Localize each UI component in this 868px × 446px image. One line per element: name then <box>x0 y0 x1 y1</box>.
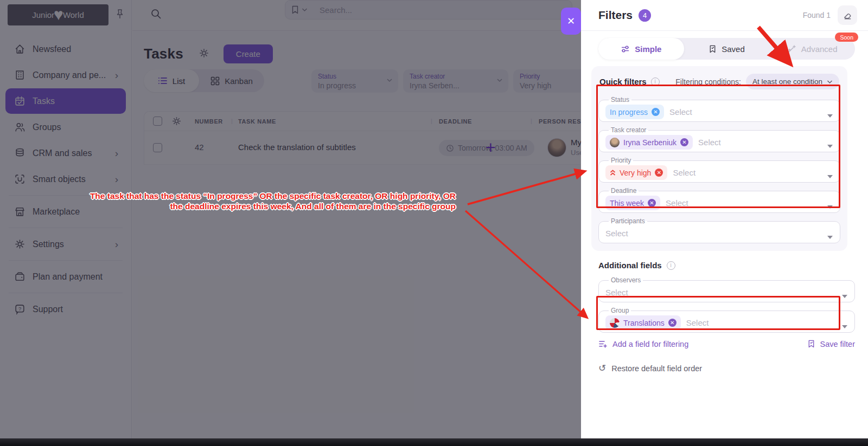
filters-title: Filters <box>598 9 633 22</box>
highlight-box-group <box>596 296 840 330</box>
annotation-line-1: The task that has the status “In progres… <box>65 191 456 201</box>
dropdown-caret-icon[interactable] <box>842 325 847 328</box>
annotation-text: The task that has the status “In progres… <box>65 191 456 211</box>
info-icon[interactable]: i <box>667 261 675 270</box>
magic-wand-icon <box>787 44 796 54</box>
close-filters-button[interactable]: ✕ <box>561 8 581 35</box>
clear-filters-button[interactable] <box>838 5 857 25</box>
field-label: Participants <box>609 217 647 225</box>
restore-order-label: Restore default field order <box>611 364 702 373</box>
add-field-icon <box>598 340 608 348</box>
filters-tabs: Simple Saved Advanced Soon <box>598 38 855 60</box>
additional-fields-heading: Additional fields <box>598 261 662 270</box>
close-icon: ✕ <box>567 15 575 27</box>
found-count: Found 1 <box>803 11 831 20</box>
restore-order-button[interactable]: ↺ Restore default field order <box>598 363 868 374</box>
bookmark-icon <box>709 44 717 54</box>
bookmark-icon <box>807 339 815 348</box>
bottom-edge <box>0 438 868 446</box>
dropdown-caret-icon[interactable] <box>827 236 833 239</box>
highlight-box-quick-filters <box>596 85 840 208</box>
modal-dim-overlay[interactable] <box>0 0 581 446</box>
undo-icon: ↺ <box>598 363 606 374</box>
dropdown-caret-icon[interactable] <box>842 295 847 298</box>
soon-badge: Soon <box>835 33 858 42</box>
tab-saved-label: Saved <box>722 44 745 54</box>
add-field-label: Add a field for filtering <box>612 340 688 348</box>
annotation-line-2: the deadline expires this week, And all … <box>65 201 456 211</box>
save-filter-label: Save filter <box>820 340 855 348</box>
save-filter-button[interactable]: Save filter <box>807 339 855 348</box>
filters-panel-header: Filters 4 Found 1 <box>581 0 868 31</box>
eraser-icon <box>843 10 853 21</box>
filters-panel: Filters 4 Found 1 Simple Saved Advanced … <box>581 0 868 438</box>
tab-simple-label: Simple <box>635 44 661 54</box>
tab-saved[interactable]: Saved <box>684 38 770 60</box>
app-screenshot: Junior ♥ World Newsfeed Company and pe..… <box>0 0 868 446</box>
select-placeholder[interactable]: Select <box>605 229 628 238</box>
add-field-button[interactable]: Add a field for filtering <box>598 340 688 348</box>
chevron-down-icon <box>827 80 833 84</box>
filter-field-participants[interactable]: Participants Select <box>598 217 840 243</box>
sliders-icon <box>621 45 630 53</box>
tab-simple[interactable]: Simple <box>598 38 684 60</box>
field-label: Observers <box>609 276 643 284</box>
filters-count-badge: 4 <box>639 9 651 22</box>
tab-advanced-label: Advanced <box>801 44 838 54</box>
